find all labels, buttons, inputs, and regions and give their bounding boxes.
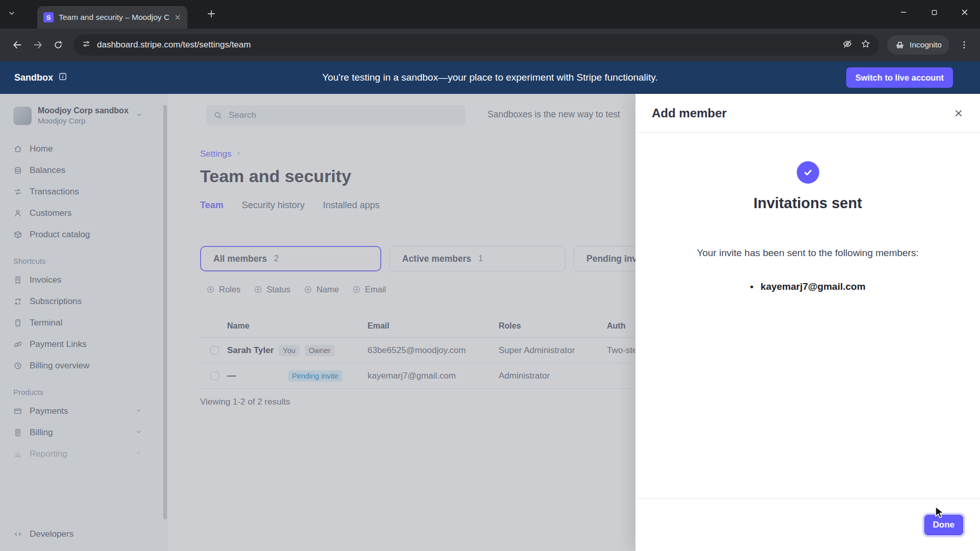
browser-toolbar: dashboard.stripe.com/test/settings/team … [0,29,980,61]
url-text[interactable]: dashboard.stripe.com/test/settings/team [97,40,836,50]
sandbox-message: You're testing in a sandbox—your place t… [322,72,657,83]
back-button[interactable] [7,35,28,55]
browser-chrome: S Team and security – Moodjoy C dashboar… [0,0,980,61]
new-tab-button[interactable] [206,9,216,21]
tab-title: Team and security – Moodjoy C [59,13,169,22]
site-info-icon[interactable] [82,39,91,51]
sandbox-banner: Sandbox You're testing in a sandbox—your… [0,61,980,94]
stripe-favicon: S [43,12,54,22]
invitations-sent-heading: Invitations sent [753,195,862,212]
forward-button[interactable] [28,35,48,55]
reload-button[interactable] [48,35,68,55]
panel-footer: Done [635,498,980,551]
tab-search-icon[interactable] [7,9,16,20]
switch-to-live-button[interactable]: Switch to live account [846,67,953,88]
done-button[interactable]: Done [924,515,964,535]
bullet-marker: • [750,281,753,292]
panel-header: Add member [635,94,980,133]
close-window-button[interactable] [949,0,980,24]
panel-title: Add member [652,106,727,120]
browser-menu-icon[interactable] [955,35,973,55]
maximize-button[interactable] [919,0,949,24]
eye-off-icon[interactable] [842,39,852,51]
incognito-label: Incognito [910,40,942,49]
close-icon[interactable] [953,108,964,118]
tab-strip: S Team and security – Moodjoy C [0,0,980,29]
invitee-email: kayemarj7@gmail.com [761,281,865,292]
incognito-icon [895,40,905,50]
minimize-button[interactable] [888,0,919,24]
invitee-list-item: • kayemarj7@gmail.com [750,281,865,292]
sandbox-label: Sandbox [14,72,53,83]
panel-body: Invitations sent Your invite has been se… [635,133,980,498]
tab-close-icon[interactable] [174,14,181,21]
window-controls [888,0,980,24]
incognito-badge[interactable]: Incognito [887,35,949,55]
info-icon[interactable] [58,72,67,84]
invite-message: Your invite has been sent to the followi… [697,247,918,259]
add-member-panel: Add member Invitations sent Your invite … [635,94,980,551]
bookmark-star-icon[interactable] [861,39,871,51]
address-bar[interactable]: dashboard.stripe.com/test/settings/team [74,34,879,56]
app-area: Moodjoy Corp sandbox Moodjoy Corp Home B… [0,94,980,551]
success-check-icon [797,161,819,184]
browser-tab[interactable]: S Team and security – Moodjoy C [37,6,187,29]
sandbox-label-group: Sandbox [14,72,67,84]
